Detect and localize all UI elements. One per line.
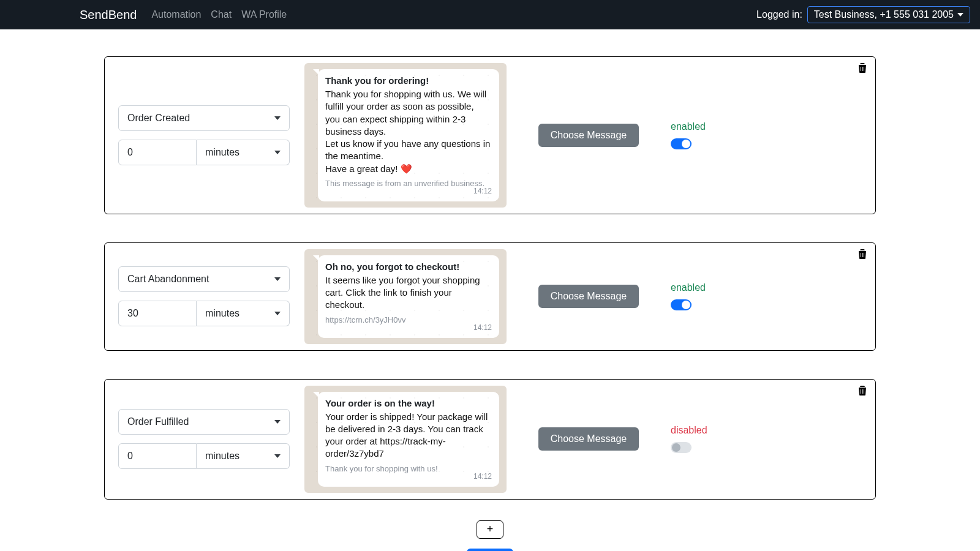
delay-value-input[interactable]: 0 [118, 140, 197, 165]
message-preview: Your order is on the way! Your order is … [304, 386, 507, 493]
toggle-knob [682, 140, 690, 148]
delay-row: 0 minutes [118, 443, 290, 469]
delete-rule-button[interactable] [858, 63, 867, 76]
message-time: 14:12 [325, 472, 492, 481]
delay-unit-value: minutes [205, 451, 239, 462]
page-content: Order Created 0 minutes Thank you for or… [104, 29, 876, 551]
add-rule-button[interactable]: + [477, 520, 503, 539]
delay-unit-value: minutes [205, 147, 239, 158]
choose-message-col: Choose Message [521, 427, 656, 451]
choose-message-button[interactable]: Choose Message [538, 285, 639, 308]
delay-unit-select[interactable]: minutes [197, 140, 290, 165]
message-body: It seems like you forgot your shopping c… [325, 274, 492, 312]
trash-icon [858, 249, 867, 259]
delay-unit-select[interactable]: minutes [197, 301, 290, 326]
message-time: 14:12 [325, 187, 492, 195]
delete-rule-button[interactable] [858, 386, 867, 399]
delay-unit-value: minutes [205, 308, 239, 319]
message-title: Oh no, you forgot to checkout! [325, 261, 492, 272]
trigger-select[interactable]: Order Created [118, 105, 290, 131]
account-dropdown[interactable]: Test Business, +1 555 031 2005 [807, 6, 970, 23]
save-button[interactable]: Save [467, 549, 513, 552]
status-col: enabled [671, 121, 738, 149]
nav-right: Logged in: Test Business, +1 555 031 200… [756, 6, 970, 23]
trigger-select[interactable]: Cart Abandonment [118, 266, 290, 292]
delay-unit-select[interactable]: minutes [197, 443, 290, 469]
choose-message-button[interactable]: Choose Message [538, 124, 639, 147]
message-bubble: Your order is on the way! Your order is … [318, 392, 499, 487]
logged-in-label: Logged in: [756, 9, 802, 20]
bottom-actions: + Save [104, 520, 876, 552]
nav-links: Automation Chat WA Profile [151, 9, 756, 20]
status-label: enabled [671, 282, 706, 293]
status-col: disabled [671, 425, 738, 453]
toggle-knob [672, 443, 680, 452]
message-title: Your order is on the way! [325, 398, 492, 408]
trigger-value: Order Fulfilled [127, 416, 189, 427]
nav-link-automation[interactable]: Automation [151, 9, 201, 20]
rule-trigger-controls: Cart Abandonment 30 minutes [118, 266, 290, 326]
choose-message-col: Choose Message [521, 124, 656, 147]
status-label: enabled [671, 121, 706, 132]
message-preview: Oh no, you forgot to checkout! It seems … [304, 249, 507, 344]
rule-card: Order Created 0 minutes Thank you for or… [104, 56, 876, 214]
message-time: 14:12 [325, 323, 492, 332]
enable-toggle[interactable] [671, 138, 692, 149]
trigger-value: Cart Abandonment [127, 274, 209, 285]
caret-down-icon [957, 13, 963, 17]
status-label: disabled [671, 425, 707, 436]
status-col: enabled [671, 282, 738, 310]
message-body: Your order is shipped! Your package will… [325, 411, 492, 460]
delay-value-input[interactable]: 0 [118, 443, 197, 469]
navbar: SendBend Automation Chat WA Profile Logg… [0, 0, 980, 29]
message-title: Thank you for ordering! [325, 75, 492, 86]
trash-icon [858, 386, 867, 395]
message-bubble: Oh no, you forgot to checkout! It seems … [318, 255, 499, 338]
enable-toggle[interactable] [671, 442, 692, 453]
rule-trigger-controls: Order Created 0 minutes [118, 105, 290, 165]
trigger-value: Order Created [127, 113, 190, 124]
toggle-knob [682, 301, 690, 309]
trash-icon [858, 63, 867, 73]
rule-card: Order Fulfilled 0 minutes Your order is … [104, 379, 876, 500]
delay-row: 0 minutes [118, 140, 290, 165]
message-body: Thank you for shopping with us. We will … [325, 88, 492, 175]
nav-link-chat[interactable]: Chat [211, 9, 232, 20]
trigger-select[interactable]: Order Fulfilled [118, 409, 290, 435]
nav-link-wa-profile[interactable]: WA Profile [241, 9, 287, 20]
enable-toggle[interactable] [671, 299, 692, 310]
delay-row: 30 minutes [118, 301, 290, 326]
message-footer: This message is from an unverified busin… [325, 179, 492, 188]
delete-rule-button[interactable] [858, 249, 867, 262]
choose-message-col: Choose Message [521, 285, 656, 308]
choose-message-button[interactable]: Choose Message [538, 427, 639, 451]
message-preview: Thank you for ordering! Thank you for sh… [304, 63, 507, 208]
rule-card: Cart Abandonment 30 minutes Oh no, you f… [104, 242, 876, 351]
brand[interactable]: SendBend [80, 8, 137, 22]
account-name: Test Business, +1 555 031 2005 [814, 9, 954, 20]
rule-trigger-controls: Order Fulfilled 0 minutes [118, 409, 290, 469]
delay-value-input[interactable]: 30 [118, 301, 197, 326]
message-bubble: Thank you for ordering! Thank you for sh… [318, 69, 499, 201]
